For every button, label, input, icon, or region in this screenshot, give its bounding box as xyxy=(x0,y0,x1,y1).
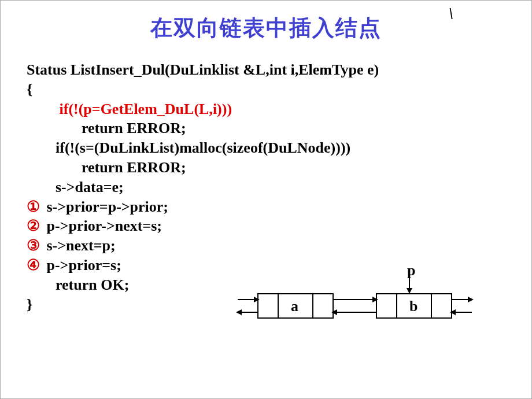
code-step-3: ③ s->next=p; xyxy=(27,236,531,256)
code-step-1: ① s->prior=p->prior; xyxy=(27,197,531,217)
svg-marker-11 xyxy=(236,309,242,315)
code-line-6: return ERROR; xyxy=(27,158,531,178)
code-step-2: ② p->prior->next=s; xyxy=(27,216,531,236)
code-line-7: s->data=e; xyxy=(27,178,531,197)
pointer-p-label: p xyxy=(407,264,415,279)
node-b-label: b xyxy=(409,298,418,315)
node-a-label: a xyxy=(291,298,298,315)
step-1-text: s->prior=p->prior; xyxy=(43,198,168,215)
code-line-3: if(!(p=GetElem_DuL(L,i))) xyxy=(27,99,531,119)
step-2-text: p->prior->next=s; xyxy=(43,217,162,234)
code-line-2: { xyxy=(27,80,531,99)
marker-1: ① xyxy=(27,197,43,217)
marker-2: ② xyxy=(27,216,43,236)
step-3-text: s->next=p; xyxy=(43,237,116,254)
code-line-4: return ERROR; xyxy=(27,119,531,138)
code-line-5: if(!(s=(DuLinkList)malloc(sizeof(DuLNode… xyxy=(27,138,531,158)
marker-3: ③ xyxy=(27,236,43,256)
linked-list-diagram: p a b xyxy=(232,264,521,333)
marker-4: ④ xyxy=(27,256,43,275)
step-4-text: p->prior=s; xyxy=(43,257,121,274)
svg-marker-17 xyxy=(468,297,474,302)
decoration-backslash: \ xyxy=(449,3,453,23)
code-line-1: Status ListInsert_Dul(DuLinklist &L,int … xyxy=(27,60,531,80)
svg-marker-1 xyxy=(407,288,412,294)
